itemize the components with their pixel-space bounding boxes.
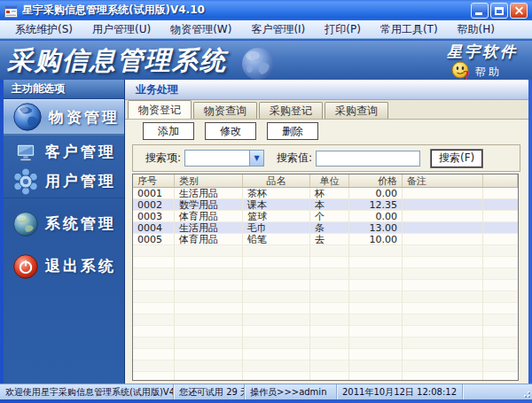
table-row[interactable] bbox=[133, 257, 518, 268]
menu-materials-management[interactable]: 物资管理(W) bbox=[160, 20, 241, 38]
table-cell bbox=[243, 245, 310, 256]
table-row[interactable] bbox=[133, 280, 518, 291]
delete-button[interactable]: 删除 bbox=[267, 122, 318, 140]
menu-system-maintenance[interactable]: 系统维护(S) bbox=[5, 20, 82, 38]
table-cell bbox=[403, 337, 483, 348]
table-row[interactable] bbox=[133, 360, 518, 372]
table-cell: 茶杯 bbox=[243, 188, 310, 198]
table-row[interactable] bbox=[133, 268, 518, 280]
banner: 采购信息管理系统 星宇软件 bbox=[0, 39, 532, 80]
table-cell: 0.00 bbox=[349, 211, 403, 221]
table-cell bbox=[133, 337, 175, 348]
svg-text:?: ? bbox=[463, 70, 471, 80]
add-button[interactable]: 添加 bbox=[143, 122, 194, 140]
menu-common-tools[interactable]: 常用工具(T) bbox=[371, 20, 448, 38]
sidebar-item-label: 退出系统 bbox=[45, 256, 116, 276]
sidebar-item-materials[interactable]: 物资管理 bbox=[4, 99, 124, 135]
table-cell bbox=[175, 245, 243, 256]
table-cell bbox=[243, 372, 310, 381]
table-cell: 0.00 bbox=[349, 188, 403, 198]
table-cell bbox=[483, 280, 518, 291]
table-cell bbox=[349, 268, 403, 279]
search-field-select[interactable]: ▼ bbox=[184, 150, 264, 167]
table-cell bbox=[483, 326, 518, 337]
column-header[interactable]: 单位 bbox=[310, 174, 349, 187]
table-row[interactable]: 0003体育用品篮球个0.00 bbox=[133, 211, 518, 222]
column-header[interactable]: 价格 bbox=[349, 174, 403, 187]
table-row[interactable] bbox=[133, 372, 518, 381]
table-row[interactable] bbox=[133, 349, 518, 360]
table-cell bbox=[349, 291, 403, 302]
main-panel: 业务处理 物资登记 物资查询 采购登记 采购查询 添加 修改 删除 搜索项: bbox=[124, 80, 528, 384]
globe-icon bbox=[12, 102, 43, 132]
search-field-label: 搜索项: bbox=[145, 151, 181, 166]
column-header[interactable]: 品名 bbox=[243, 174, 310, 187]
table-cell bbox=[243, 326, 310, 337]
table-cell bbox=[349, 349, 403, 360]
status-trial: 您还可试用 29 天 bbox=[174, 384, 245, 399]
chevron-down-icon[interactable]: ▼ bbox=[249, 151, 263, 166]
sidebar-item-system[interactable]: 系统管理 bbox=[4, 209, 124, 238]
close-button[interactable] bbox=[510, 3, 528, 19]
table-cell bbox=[175, 372, 243, 381]
tab-purchase-register[interactable]: 采购登记 bbox=[259, 102, 323, 119]
table-cell: 个 bbox=[310, 211, 349, 221]
help-label: 帮助 bbox=[475, 65, 502, 80]
table-cell bbox=[243, 291, 310, 302]
sidebar-item-exit[interactable]: 退出系统 bbox=[4, 252, 124, 281]
table-cell bbox=[175, 349, 243, 360]
table-row[interactable] bbox=[133, 314, 518, 326]
table-row[interactable] bbox=[133, 337, 518, 349]
table-cell bbox=[483, 314, 518, 325]
table-cell bbox=[403, 222, 483, 233]
menu-help[interactable]: 帮助(H) bbox=[448, 20, 505, 38]
minimize-button[interactable] bbox=[471, 3, 489, 19]
monitor-icon bbox=[12, 139, 39, 166]
table-cell bbox=[243, 349, 310, 360]
table-cell bbox=[403, 188, 483, 198]
table-row[interactable]: 0005体育用品铅笔去10.00 bbox=[133, 234, 518, 245]
table-cell bbox=[310, 337, 349, 348]
table-cell bbox=[483, 188, 518, 198]
tab-purchase-query[interactable]: 采购查询 bbox=[325, 102, 388, 119]
tab-material-query[interactable]: 物资查询 bbox=[193, 102, 257, 119]
table-row[interactable]: 0001生活用品茶杯杯0.00 bbox=[133, 188, 518, 199]
table-cell: 生活用品 bbox=[175, 222, 243, 233]
search-button[interactable]: 搜索(F) bbox=[431, 150, 482, 167]
table-cell: 0004 bbox=[133, 222, 175, 233]
menu-customer-management[interactable]: 客户管理(I) bbox=[241, 20, 315, 38]
maximize-button[interactable] bbox=[490, 3, 508, 19]
table-row[interactable] bbox=[133, 326, 518, 337]
table-row[interactable]: 0002数学用品课本本12.35 bbox=[133, 199, 518, 211]
column-header[interactable]: 类别 bbox=[175, 174, 243, 187]
search-value-input[interactable] bbox=[316, 151, 420, 167]
status-spare bbox=[463, 384, 532, 399]
column-header[interactable]: 备注 bbox=[403, 174, 483, 187]
menu-print[interactable]: 打印(P) bbox=[315, 20, 371, 38]
table-cell bbox=[349, 372, 403, 381]
tabstrip: 物资登记 物资查询 采购登记 采购查询 bbox=[125, 100, 528, 120]
table-cell bbox=[243, 360, 310, 371]
titlebar[interactable]: 星宇采购信息管理系统(试用版)V4.10 bbox=[0, 0, 532, 20]
sidebar-item-users[interactable]: 用户管理 bbox=[4, 167, 124, 196]
table-cell: 0005 bbox=[133, 234, 175, 244]
menu-user-management[interactable]: 用户管理(U) bbox=[82, 20, 160, 38]
table-cell: 本 bbox=[310, 199, 349, 210]
modify-button[interactable]: 修改 bbox=[205, 122, 256, 140]
table-row[interactable] bbox=[133, 303, 518, 314]
table-row[interactable] bbox=[133, 291, 518, 303]
table-cell bbox=[133, 280, 175, 291]
table-row[interactable]: 0004生活用品毛巾条13.00 bbox=[133, 222, 518, 234]
table-row[interactable] bbox=[133, 245, 518, 257]
column-header[interactable]: 序号 bbox=[133, 174, 175, 187]
help-button[interactable]: ? 帮助 bbox=[451, 61, 502, 80]
minimize-icon bbox=[475, 12, 482, 15]
table-cell bbox=[175, 257, 243, 267]
resize-grip[interactable] bbox=[528, 396, 530, 398]
sidebar-item-customers[interactable]: 客户管理 bbox=[4, 137, 124, 167]
maximize-icon bbox=[495, 7, 504, 15]
tab-material-register[interactable]: 物资登记 bbox=[128, 100, 192, 119]
table-cell: 0002 bbox=[133, 199, 175, 210]
status-operator: 操作员>>>admin bbox=[245, 384, 337, 399]
table-cell bbox=[133, 268, 175, 279]
